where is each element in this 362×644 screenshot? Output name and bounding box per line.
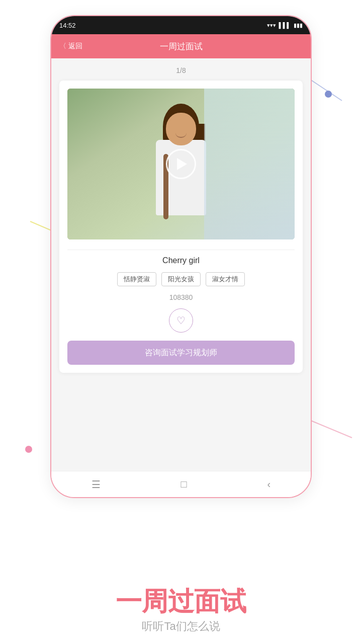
tag-3: 淑女才情 [206,272,245,286]
wifi-icon: ▾▾▾ [267,22,276,29]
navigation-bar: 〈 返回 一周过面试 [51,34,311,58]
tags-container: 恬静贤淑 阳光女孩 淑女才情 [117,272,245,286]
bottom-section: 一周过面试 听听Ta们怎么说 [0,587,362,634]
back-nav-icon: ‹ [267,478,270,490]
time-display: 14:52 [59,22,76,29]
view-count: 108380 [169,293,193,301]
profile-card: Cherry girl 恬静贤淑 阳光女孩 淑女才情 108380 ♡ 咨询面试… [59,80,303,373]
page-title: 一周过面试 [160,41,203,52]
home-button[interactable]: □ [181,478,187,490]
deco-dot-pink [25,446,32,453]
cta-button[interactable]: 咨询面试学习规划师 [67,341,295,365]
home-icon: □ [181,478,187,490]
back-button[interactable]: 〈 返回 [59,42,82,51]
deco-dot-blue [325,91,332,98]
divider [67,250,295,250]
menu-icon: ☰ [92,478,101,491]
play-button[interactable] [166,149,196,179]
bottom-title: 一周过面试 [0,587,362,616]
status-icons: ▾▾▾ ▌▌▌ ▮▮▮ [267,22,303,29]
tag-1: 恬静贤淑 [117,272,156,286]
like-button[interactable]: ♡ [169,308,193,333]
heart-icon: ♡ [176,314,186,327]
video-thumbnail[interactable] [67,89,295,239]
pagination-indicator: 1/8 [176,66,186,74]
content-area: 1/8 [51,58,311,471]
back-nav-button[interactable]: ‹ [267,478,270,490]
signal-icon: ▌▌▌ [279,22,291,28]
bottom-navigation: ☰ □ ‹ [51,471,311,497]
menu-button[interactable]: ☰ [92,478,101,491]
status-bar: 14:52 ▾▾▾ ▌▌▌ ▮▮▮ [51,16,311,34]
battery-icon: ▮▮▮ [294,22,303,29]
play-icon [177,158,187,170]
tag-2: 阳光女孩 [161,272,201,286]
phone-frame: 14:52 ▾▾▾ ▌▌▌ ▮▮▮ 〈 返回 一周过面试 1/8 [50,15,312,498]
bottom-subtitle: 听听Ta们怎么说 [0,619,362,634]
profile-name: Cherry girl [162,256,200,265]
